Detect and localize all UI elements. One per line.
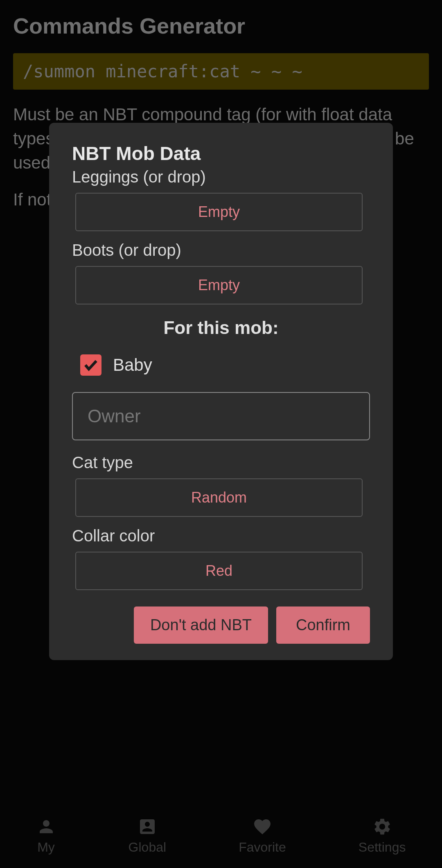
check-icon (83, 357, 99, 373)
baby-label: Baby (113, 355, 152, 375)
section-heading: For this mob: (72, 318, 370, 338)
owner-input[interactable] (72, 392, 370, 440)
collar-color-label: Collar color (72, 527, 370, 545)
leggings-label: Leggings (or drop) (72, 168, 370, 186)
modal-buttons: Don't add NBT Confirm (72, 606, 370, 644)
baby-checkbox-row[interactable]: Baby (80, 354, 370, 376)
cat-type-label: Cat type (72, 453, 370, 472)
modal-title: NBT Mob Data (72, 142, 370, 165)
collar-color-select[interactable]: Red (75, 552, 363, 590)
boots-select[interactable]: Empty (75, 266, 363, 304)
confirm-button[interactable]: Confirm (276, 606, 370, 644)
nbt-modal: NBT Mob Data Leggings (or drop) Empty Bo… (49, 123, 393, 660)
baby-checkbox[interactable] (80, 354, 101, 376)
modal-overlay: NBT Mob Data Leggings (or drop) Empty Bo… (0, 0, 442, 868)
boots-label: Boots (or drop) (72, 241, 370, 259)
cat-type-select[interactable]: Random (75, 478, 363, 517)
leggings-select[interactable]: Empty (75, 193, 363, 231)
dont-add-nbt-button[interactable]: Don't add NBT (134, 606, 268, 644)
